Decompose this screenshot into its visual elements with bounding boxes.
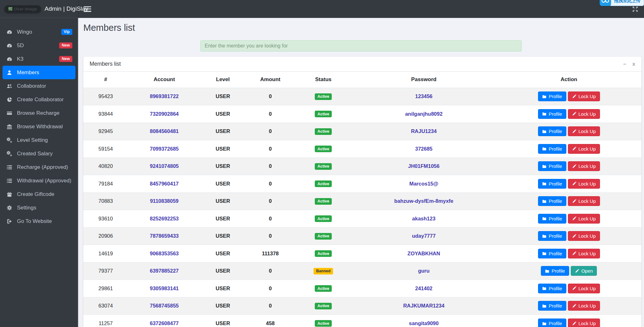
sidebar-item-collaborator[interactable]: Collaborator [3, 79, 75, 93]
profile-button[interactable]: Profile [538, 319, 566, 327]
lock-up-button[interactable]: Lock Up [568, 284, 600, 293]
sidebar-item-browse-withdrawal[interactable]: Browse Withdrawal [3, 120, 75, 133]
profile-button[interactable]: Profile [538, 214, 566, 224]
level-value: USER [216, 233, 230, 239]
lock-up-button[interactable]: Lock Up [568, 126, 600, 136]
password-link[interactable]: RAJKUMAR1234 [403, 303, 444, 308]
password-link[interactable]: 123456 [415, 93, 432, 99]
password-link[interactable]: anilganjhu8092 [405, 111, 442, 117]
sidebar-item-go-to-website[interactable]: Go To Website [3, 214, 75, 228]
lock-up-button[interactable]: Lock Up [568, 319, 600, 327]
folder-icon [542, 147, 547, 151]
lock-up-button[interactable]: Lock Up [568, 144, 600, 154]
lock-up-button[interactable]: Lock Up [568, 249, 600, 258]
level-value: USER [216, 128, 230, 134]
folder-icon [542, 129, 547, 134]
account-link[interactable]: 8252692253 [150, 216, 179, 221]
amount-value: 0 [269, 268, 272, 274]
member-id: 92945 [98, 128, 113, 134]
sidebar-item-create-giftcode[interactable]: Create Giftcode [3, 187, 75, 201]
profile-button[interactable]: Profile [538, 249, 566, 258]
profile-button[interactable]: Profile [538, 179, 566, 189]
gift-icon [6, 191, 13, 197]
sidebar-item-wingo[interactable]: WingoVip [3, 25, 75, 39]
fullscreen-toggle-button[interactable] [632, 6, 638, 12]
tachometer-icon [6, 29, 13, 35]
account-link[interactable]: 9068353563 [150, 251, 179, 256]
profile-button[interactable]: Profile [541, 266, 569, 276]
sidebar-item-k3[interactable]: K3New [3, 52, 75, 66]
password-link[interactable]: JH01FM1056 [408, 163, 440, 169]
password-link[interactable]: ZOYABKHAN [408, 251, 440, 256]
sidebar-item-created-salary[interactable]: Created Salary [3, 147, 75, 160]
account-link[interactable]: 8084560481 [150, 128, 179, 134]
action-buttons: ProfileLock Up [497, 196, 641, 206]
users-icon [6, 83, 13, 89]
password-link[interactable]: bahzuw-dysfEm-8myxfe [394, 198, 453, 204]
account-link[interactable]: 7320902864 [150, 111, 179, 117]
account-link[interactable]: 9305983141 [150, 285, 179, 291]
close-card-button[interactable]: x [632, 62, 635, 67]
table-row: 630747568745855USER0ActiveRAJKUMAR1234Pr… [83, 297, 641, 315]
profile-button[interactable]: Profile [538, 301, 566, 311]
lock-up-button[interactable]: Lock Up [568, 214, 600, 224]
sidebar-item-browse-recharge[interactable]: Browse Recharge [3, 106, 75, 120]
lock-up-button[interactable]: Lock Up [568, 196, 600, 206]
folder-icon [542, 181, 547, 186]
brand-title: Admin | DigiSlay [45, 5, 88, 12]
sidebar-item-create-collaborator[interactable]: Create Collaborator [3, 93, 75, 106]
pencil-icon [572, 181, 576, 186]
account-link[interactable]: 6397885227 [150, 268, 179, 274]
profile-button[interactable]: Profile [538, 196, 566, 206]
account-link[interactable]: 7099372685 [150, 146, 179, 152]
button-label: Profile [549, 111, 562, 117]
profile-button[interactable]: Profile [538, 91, 566, 101]
folder-icon [542, 251, 547, 256]
lock-up-button[interactable]: Lock Up [568, 161, 600, 171]
table-row: 929458084560481USER0ActiveRAJU1234Profil… [83, 123, 641, 140]
password-link[interactable]: uday7777 [412, 233, 436, 239]
sidebar-item-settings[interactable]: Settings [3, 201, 75, 214]
lock-up-button[interactable]: Lock Up [568, 91, 600, 101]
account-link[interactable]: 8457960417 [150, 181, 179, 186]
list-icon [6, 164, 13, 170]
account-link[interactable]: 9241074805 [150, 163, 179, 169]
password-link[interactable]: 241402 [415, 285, 432, 291]
password-link[interactable]: guru [418, 268, 430, 274]
open-button[interactable]: Open [571, 266, 597, 276]
card-title: Members list [90, 61, 121, 67]
profile-button[interactable]: Profile [538, 284, 566, 293]
lock-up-button[interactable]: Lock Up [568, 179, 600, 189]
action-buttons: ProfileLock Up [497, 249, 641, 258]
profile-button[interactable]: Profile [538, 126, 566, 136]
profile-button[interactable]: Profile [538, 231, 566, 241]
member-search-input[interactable] [200, 40, 522, 52]
account-link[interactable]: 6372608477 [150, 320, 179, 326]
sidebar-item-level-setting[interactable]: Level Setting [3, 133, 75, 147]
action-buttons: ProfileLock Up [497, 231, 641, 241]
password-link[interactable]: akash123 [412, 216, 436, 221]
button-label: Lock Up [579, 164, 596, 169]
gears-icon [6, 137, 13, 143]
collapse-card-button[interactable]: − [623, 62, 626, 67]
sidebar-item-recharge-approved[interactable]: Recharge (Approved) [3, 160, 75, 174]
lock-up-button[interactable]: Lock Up [568, 301, 600, 311]
profile-button[interactable]: Profile [538, 144, 566, 154]
account-link[interactable]: 7568745855 [150, 303, 179, 308]
lock-up-button[interactable]: Lock Up [568, 231, 600, 241]
password-link[interactable]: Marcos15@ [409, 181, 438, 186]
sidebar-item-5d[interactable]: 5DNew [3, 39, 75, 52]
account-link[interactable]: 8969381722 [150, 93, 179, 99]
profile-button[interactable]: Profile [538, 109, 566, 119]
sidebar-item-withdrawal-approved[interactable]: Withdrawal (Approved) [3, 174, 75, 187]
account-link[interactable]: 9110838059 [150, 198, 179, 204]
password-link[interactable]: 372685 [415, 146, 432, 152]
profile-button[interactable]: Profile [538, 161, 566, 171]
button-label: Profile [549, 321, 562, 326]
password-link[interactable]: RAJU1234 [411, 128, 437, 134]
sidebar-nav: WingoVip5DNewK3NewMembersCollaboratorCre… [0, 18, 78, 230]
password-link[interactable]: sangita9090 [409, 320, 439, 326]
lock-up-button[interactable]: Lock Up [568, 109, 600, 119]
sidebar-item-members[interactable]: Members [3, 66, 75, 79]
account-link[interactable]: 7878659433 [150, 233, 179, 239]
